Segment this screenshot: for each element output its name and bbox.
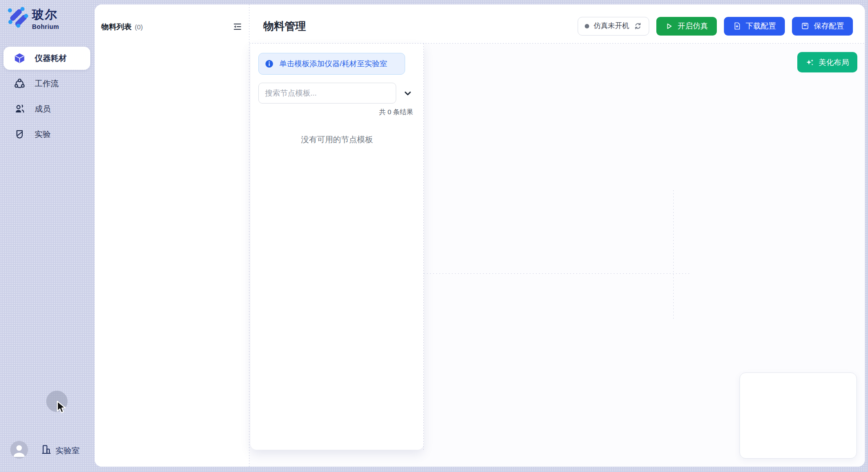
sidebar-item-instruments[interactable]: 仪器耗材 [4, 47, 90, 70]
sidebar-nav: 仪器耗材 工作流 成员 [4, 47, 90, 146]
manage-header: 物料管理 仿真未开机 [249, 4, 865, 43]
laboratory-label: 实验室 [56, 445, 80, 456]
brand-name-cn: 玻尔 [32, 7, 59, 23]
file-download-icon [733, 22, 741, 30]
test-tube-icon [13, 128, 26, 140]
materials-manage-section: 物料管理 仿真未开机 [249, 4, 865, 467]
hint-banner: 单击模板添加仪器/耗材至实验室 [258, 53, 405, 75]
download-config-button[interactable]: 下载配置 [724, 17, 785, 36]
template-panel: 单击模板添加仪器/耗材至实验室 共 0 条结果 没有可用的节点模板 [250, 44, 424, 450]
brand-logo: 玻尔 Bohrium [6, 6, 59, 30]
canvas-guide-horizontal [424, 273, 690, 274]
materials-list-title: 物料列表 [101, 22, 132, 32]
members-icon [13, 103, 26, 115]
simulation-status-label: 仿真未开机 [594, 21, 629, 31]
materials-list-count: (0) [135, 23, 143, 31]
refresh-icon[interactable] [634, 22, 642, 30]
beautify-layout-button[interactable]: 美化布局 [797, 52, 857, 72]
menu-fold-icon[interactable] [232, 21, 243, 32]
beautify-layout-label: 美化布局 [819, 57, 849, 68]
save-config-button[interactable]: 保存配置 [792, 17, 853, 36]
building-icon [41, 444, 52, 457]
canvas-guide-vertical [673, 190, 674, 320]
cube-icon [13, 52, 26, 64]
sidebar-item-workflow[interactable]: 工作流 [4, 72, 90, 95]
empty-state-text: 没有可用的节点模板 [258, 134, 424, 145]
main-card: 物料列表 (0) 物料管理 仿真未开机 [95, 4, 865, 467]
start-simulation-button[interactable]: 开启仿真 [656, 17, 717, 36]
materials-list-panel: 物料列表 (0) [95, 4, 249, 467]
brand-name-en: Bohrium [32, 23, 59, 30]
download-config-label: 下载配置 [746, 21, 776, 31]
sidebar-item-label: 仪器耗材 [35, 53, 67, 64]
start-simulation-label: 开启仿真 [678, 21, 708, 31]
sidebar-item-label: 工作流 [35, 78, 59, 89]
info-icon [265, 60, 273, 68]
play-icon [665, 22, 673, 30]
sidebar-item-label: 实验 [35, 129, 51, 140]
bohrium-logo-icon [6, 6, 28, 30]
sidebar-item-laboratory[interactable]: 实验室 [41, 444, 80, 457]
sidebar-item-label: 成员 [35, 104, 51, 114]
save-config-label: 保存配置 [814, 21, 844, 31]
status-dot-icon [585, 24, 589, 28]
page-title: 物料管理 [263, 19, 306, 33]
chevron-down-icon[interactable] [402, 88, 414, 99]
workflow-icon [13, 77, 26, 90]
template-search-input[interactable] [258, 83, 396, 104]
result-count: 共 0 条结果 [258, 108, 424, 116]
save-icon [801, 22, 809, 30]
sparkles-icon [806, 58, 814, 67]
user-avatar[interactable] [10, 441, 28, 459]
node-canvas[interactable]: 单击模板添加仪器/耗材至实验室 共 0 条结果 没有可用的节点模板 [249, 43, 865, 467]
minimap[interactable] [739, 372, 857, 459]
simulation-status-pill: 仿真未开机 [578, 17, 649, 36]
hint-banner-text: 单击模板添加仪器/耗材至实验室 [279, 59, 387, 69]
cursor-arrow [56, 400, 68, 416]
sidebar-item-experiment[interactable]: 实验 [4, 123, 90, 146]
sidebar-item-members[interactable]: 成员 [4, 97, 90, 120]
